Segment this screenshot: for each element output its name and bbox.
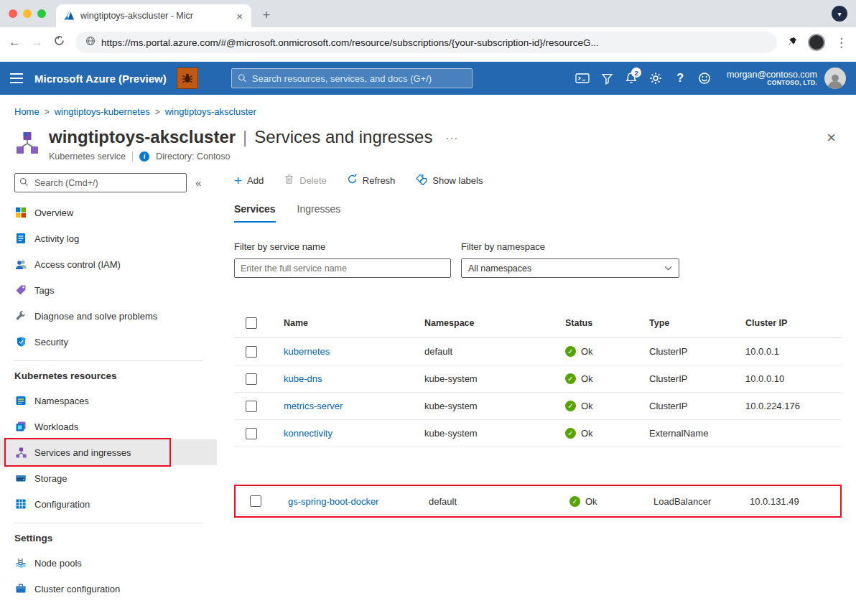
feedback-smiley-icon[interactable] (692, 66, 717, 90)
pinned-extension-icon[interactable] (787, 36, 798, 50)
sidebar-item-namespaces[interactable]: Namespaces (0, 388, 217, 414)
service-name-link[interactable]: gs-spring-boot-docker (288, 496, 429, 507)
tab-close-icon[interactable]: × (235, 10, 244, 22)
refresh-button[interactable]: Refresh (347, 174, 396, 187)
service-name-link[interactable]: kubernetes (284, 346, 424, 357)
sidebar-item-label: Configuration (34, 499, 90, 510)
resource-type-label: Kubernetes service (49, 151, 126, 162)
sidebar-item-configuration[interactable]: Configuration (0, 491, 217, 517)
divider (132, 151, 133, 162)
sidebar-item-workloads[interactable]: Workloads (0, 414, 217, 439)
new-tab-button[interactable]: + (257, 6, 276, 24)
column-header-namespace[interactable]: Namespace (424, 318, 565, 328)
page-title: wingtiptoys-akscluster (49, 127, 236, 147)
breadcrumb-cluster[interactable]: wingtiptoys-akscluster (165, 106, 256, 117)
browser-kebab-menu-icon[interactable]: ⋮ (835, 35, 847, 50)
namespace-filter-label: Filter by namespace (461, 241, 679, 252)
macos-traffic-lights (9, 9, 46, 18)
directory-label: Directory: Contoso (156, 151, 231, 162)
sidebar-item-storage[interactable]: Storage (0, 465, 217, 491)
sidebar-item-cluster-configuration[interactable]: Cluster configuration (0, 576, 217, 602)
sidebar-item-overview[interactable]: Overview (0, 200, 217, 225)
collapse-sidebar-icon[interactable]: « (195, 177, 201, 189)
status-ok-icon: ✓ (565, 346, 576, 357)
search-icon (238, 73, 247, 83)
row-checkbox[interactable] (246, 401, 257, 412)
browser-chrome-menu-button[interactable]: ▾ (832, 6, 847, 22)
table-row-highlighted: gs-spring-boot-docker default ✓Ok LoadBa… (238, 487, 837, 515)
status-text: Ok (581, 373, 593, 384)
sidebar-item-diagnose[interactable]: Diagnose and solve problems (0, 303, 217, 329)
close-blade-icon[interactable]: × (821, 127, 842, 149)
browser-profile-avatar[interactable] (808, 34, 825, 51)
settings-gear-icon[interactable] (643, 66, 668, 90)
tab-ingresses[interactable]: Ingresses (297, 203, 341, 223)
service-name-link[interactable]: konnectivity (284, 428, 424, 439)
namespace-filter-dropdown[interactable]: All namespaces (461, 258, 679, 278)
sidebar-item-activity-log[interactable]: Activity log (0, 225, 217, 251)
site-info-globe-icon[interactable] (85, 36, 96, 49)
url-input[interactable] (101, 37, 767, 48)
row-checkbox[interactable] (250, 495, 261, 507)
sidebar-item-services-and-ingresses[interactable]: Services and ingresses (0, 439, 217, 465)
user-organization: CONTOSO, LTD. (727, 80, 817, 87)
select-all-checkbox[interactable] (246, 317, 257, 329)
breadcrumb-home[interactable]: Home (14, 106, 39, 117)
account-info[interactable]: morgan@contoso.com CONTOSO, LTD. (727, 70, 817, 87)
help-icon[interactable]: ? (668, 66, 692, 90)
zoom-window-button[interactable] (37, 9, 46, 18)
close-window-button[interactable] (9, 9, 17, 18)
overview-icon (14, 206, 27, 219)
sidebar-item-label: Node pools (34, 558, 82, 569)
global-search-box[interactable] (231, 68, 473, 88)
service-name-link[interactable]: metrics-server (284, 401, 424, 411)
sidebar-item-tags[interactable]: Tags (0, 277, 217, 303)
sidebar-item-label: Namespaces (34, 396, 89, 406)
bug-report-icon[interactable] (177, 67, 198, 89)
minimize-window-button[interactable] (23, 9, 32, 18)
status-text: Ok (585, 496, 597, 507)
user-avatar[interactable] (824, 67, 846, 89)
service-name-link[interactable]: kube-dns (284, 373, 424, 384)
table-row: kubernetes default ✓Ok ClusterIP 10.0.0.… (234, 338, 842, 365)
column-header-name[interactable]: Name (284, 318, 424, 328)
table-row: konnectivity kube-system ✓Ok ExternalNam… (234, 420, 842, 447)
status-text: Ok (581, 428, 593, 439)
sidebar-item-node-pools[interactable]: Node pools (0, 550, 217, 576)
notifications-bell-icon[interactable]: 2 (619, 66, 643, 90)
reload-icon[interactable] (53, 34, 65, 50)
page-section-title: Services and ingresses (254, 127, 432, 147)
browser-navigation-bar: ← → ⋮ (0, 27, 856, 57)
browser-window: wingtiptoys-akscluster - Micr × + ▾ ← → … (0, 0, 856, 616)
sidebar-item-label: Services and ingresses (34, 447, 131, 458)
service-name-filter-input[interactable] (234, 258, 451, 278)
sidebar-search-input[interactable] (14, 173, 187, 192)
table-header-row: Name Namespace Status Type Cluster IP (234, 308, 842, 338)
workloads-icon (14, 420, 27, 433)
column-header-cluster-ip[interactable]: Cluster IP (745, 318, 842, 328)
row-checkbox[interactable] (246, 373, 257, 385)
active-browser-tab[interactable]: wingtiptoys-akscluster - Micr × (56, 4, 251, 27)
add-button[interactable]: + Add (234, 174, 264, 187)
hamburger-menu-icon[interactable] (10, 73, 23, 83)
forward-icon[interactable]: → (31, 35, 43, 50)
cloud-shell-icon[interactable] (570, 66, 595, 90)
status-ok-icon: ✓ (565, 428, 576, 439)
sidebar-item-security[interactable]: Security (0, 329, 217, 355)
column-header-type[interactable]: Type (649, 318, 745, 328)
breadcrumb-resource-group[interactable]: wingtiptoys-kubernetes (55, 106, 150, 117)
row-checkbox[interactable] (246, 428, 257, 439)
row-checkbox[interactable] (246, 346, 257, 358)
directory-subscription-filter-icon[interactable] (595, 66, 619, 90)
show-labels-button[interactable]: Show labels (415, 174, 483, 187)
column-header-status[interactable]: Status (565, 318, 649, 328)
sidebar-item-access-control[interactable]: Access control (IAM) (0, 251, 217, 277)
azure-favicon (63, 9, 75, 23)
back-icon[interactable]: ← (9, 35, 21, 50)
status-ok-icon: ✓ (565, 373, 576, 384)
global-search-input[interactable] (252, 73, 466, 84)
delete-button[interactable]: Delete (284, 174, 327, 187)
tab-services[interactable]: Services (234, 203, 276, 223)
more-actions-icon[interactable]: ··· (445, 131, 458, 144)
address-bar[interactable] (75, 32, 777, 53)
